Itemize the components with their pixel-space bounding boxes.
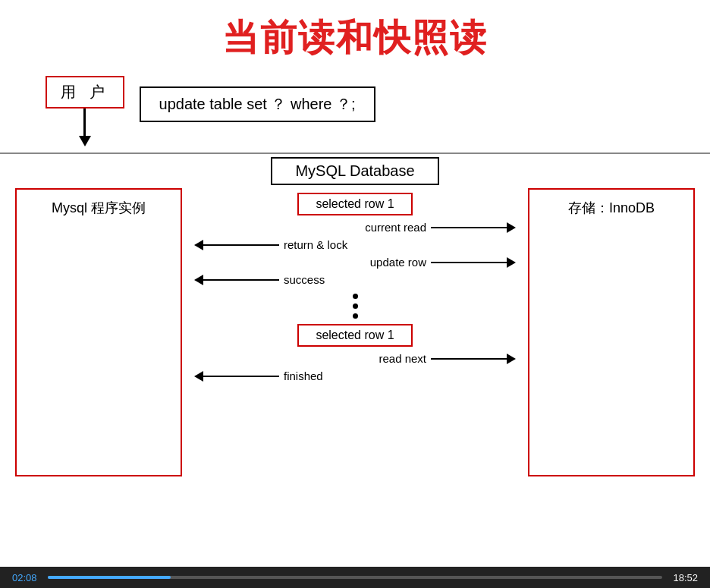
selected-row-1-top: selected row 1 [297, 193, 412, 215]
dots [353, 291, 358, 321]
update-row-arrow: update row [182, 256, 528, 269]
bottom-bar: 02:08 18:52 [0, 567, 710, 588]
time-left: 02:08 [12, 572, 37, 583]
time-right: 18:52 [673, 572, 698, 583]
update-sql-box: update table set ？ where ？; [140, 86, 375, 122]
user-box: 用 户 [46, 76, 124, 108]
success-arrow: success [182, 273, 528, 286]
left-box-label: Mysql 程序实例 [52, 199, 146, 217]
finished-arrow: finished [182, 369, 528, 382]
return-lock-arrow: return & lock [182, 238, 528, 251]
sequence-area: selected row 1 current read return & loc… [182, 188, 528, 476]
right-box-label: 存储：InnoDB [568, 199, 655, 217]
mysql-db-label: MySQL Database [271, 157, 438, 185]
right-box-innodb: 存储：InnoDB [528, 188, 695, 476]
progress-fill [48, 576, 171, 579]
selected-row-1-bottom: selected row 1 [297, 324, 412, 347]
progress-bar[interactable] [48, 576, 663, 579]
current-read-arrow: current read [182, 221, 528, 234]
read-next-arrow: read next [182, 352, 528, 365]
left-box-mysql-instance: Mysql 程序实例 [15, 188, 182, 476]
page-title: 当前读和快照读 [0, 0, 710, 76]
